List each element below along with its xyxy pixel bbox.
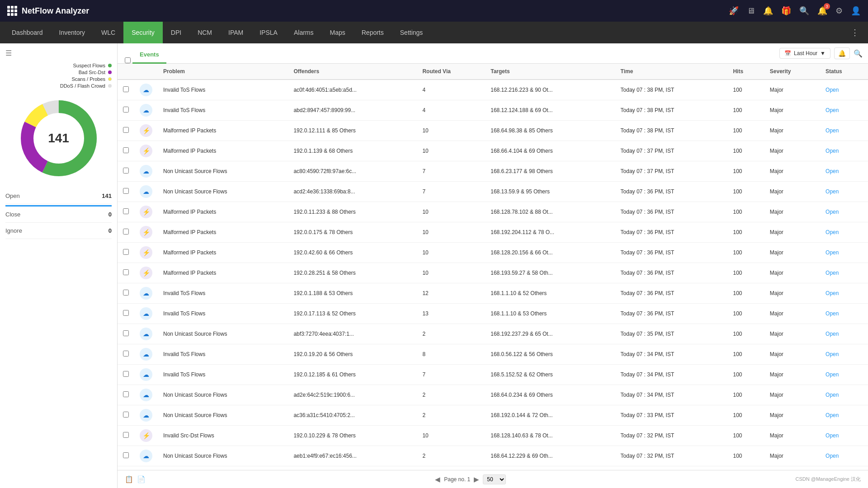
row-offenders: abd2:8947:457:8909:99...	[288, 100, 417, 121]
table-row: ⚡ Invalid Src-Dst Flows 192.0.10.229 & 7…	[118, 426, 868, 446]
row-checkbox-cell	[118, 121, 134, 141]
rocket-icon[interactable]: 🚀	[729, 6, 739, 16]
nav-alarms[interactable]: Alarms	[286, 22, 322, 43]
grid-icon[interactable]	[7, 6, 17, 16]
row-checkbox[interactable]	[123, 432, 129, 438]
table-footer: 📋 📄 ◀ Page no. 1 ▶ 25 50 100 CSDN @Manag…	[118, 470, 868, 488]
row-checkbox[interactable]	[123, 412, 129, 418]
nav-maps[interactable]: Maps	[322, 22, 354, 43]
select-all-checkbox[interactable]	[125, 57, 131, 63]
export-pdf-icon[interactable]: 📄	[137, 475, 146, 483]
row-time: Today 07 : 36 PM, IST	[615, 182, 728, 202]
col-offenders[interactable]: Offenders	[288, 64, 417, 80]
stat-open-label: Open	[5, 192, 20, 199]
event-icon-blue: ☁	[140, 348, 152, 361]
nav-ipam[interactable]: IPAM	[220, 22, 251, 43]
col-status[interactable]: Status	[820, 64, 868, 80]
row-severity: Major	[764, 466, 820, 470]
row-routed-via: 10	[417, 202, 485, 222]
table-row: ⚡ Malformed IP Packets 192.0.42.60 & 66 …	[118, 243, 868, 263]
nav-more-icon[interactable]: ⋮	[845, 28, 864, 38]
col-severity[interactable]: Severity	[764, 64, 820, 80]
row-icon-cell: ⚡	[134, 222, 158, 243]
row-checkbox[interactable]	[123, 269, 129, 275]
nav-dashboard[interactable]: Dashboard	[4, 22, 51, 43]
row-checkbox[interactable]	[123, 391, 129, 397]
nav-ncm[interactable]: NCM	[189, 22, 220, 43]
main-layout: ☰ Suspect Flows Bad Src-Dst Scans / Prob…	[0, 43, 868, 488]
col-time[interactable]: Time	[615, 64, 728, 80]
event-icon-purple: ⚡	[140, 429, 152, 442]
row-checkbox[interactable]	[123, 310, 129, 316]
sidebar-filter-icon[interactable]: ☰	[5, 49, 112, 57]
nav-inventory[interactable]: Inventory	[51, 22, 94, 43]
row-severity: Major	[764, 161, 820, 182]
row-offenders: ad2e:64c2:519c:1900:6...	[288, 385, 417, 405]
row-checkbox[interactable]	[123, 188, 129, 194]
row-offenders: ac36:a31c:5410:4705:2...	[288, 405, 417, 426]
monitor-icon[interactable]: 🖥	[747, 6, 755, 16]
row-checkbox[interactable]	[123, 127, 129, 133]
tab-events[interactable]: Events	[132, 47, 166, 64]
nav-ipsla[interactable]: IPSLA	[251, 22, 286, 43]
row-hits: 100	[727, 182, 764, 202]
event-icon-blue: ☁	[140, 185, 152, 198]
row-status: Open	[820, 121, 868, 141]
alert-config-button[interactable]: 🔔	[834, 47, 850, 59]
row-offenders: 192.0.28.251 & 58 Others	[288, 263, 417, 283]
donut-total: 141	[48, 131, 69, 145]
table-row: ☁ Invalid ToS Flows abd2:8947:457:8909:9…	[118, 100, 868, 121]
col-routed-via[interactable]: Routed Via	[417, 64, 485, 80]
row-checkbox[interactable]	[123, 351, 129, 357]
table-row: ☁ Non Unicast Source Flows acd2:4e36:133…	[118, 182, 868, 202]
row-targets: 168.13.59.9 & 95 Others	[485, 182, 615, 202]
col-problem[interactable]: Problem	[158, 64, 288, 80]
row-hits: 100	[727, 466, 764, 470]
next-page-icon[interactable]: ▶	[474, 475, 479, 483]
row-hits: 100	[727, 426, 764, 446]
row-checkbox[interactable]	[123, 330, 129, 336]
watermark: CSDN @ManageEngine 汉化	[796, 476, 861, 483]
col-targets[interactable]: Targets	[485, 64, 615, 80]
per-page-select[interactable]: 25 50 100	[483, 474, 506, 484]
table-search-button[interactable]: 🔍	[854, 49, 863, 58]
gear-icon[interactable]: ⚙	[835, 6, 843, 16]
export-csv-icon[interactable]: 📋	[125, 475, 133, 483]
row-hits: 100	[727, 304, 764, 324]
time-filter-button[interactable]: 📅 Last Hour ▼	[779, 48, 830, 59]
row-checkbox[interactable]	[123, 147, 129, 153]
row-status: Open	[820, 222, 868, 243]
row-checkbox[interactable]	[123, 452, 129, 458]
row-checkbox[interactable]	[123, 229, 129, 235]
col-hits[interactable]: Hits	[727, 64, 764, 80]
row-time: Today 07 : 36 PM, IST	[615, 202, 728, 222]
footer-pagination: ◀ Page no. 1 ▶ 25 50 100	[146, 474, 796, 484]
alert-bell-icon[interactable]: 🔔 3	[817, 6, 827, 16]
row-checkbox[interactable]	[123, 371, 129, 377]
notification-bell-icon[interactable]: 🔔	[763, 6, 773, 16]
table-row: ☁ Non Unicast Source Flows aeb1:e4f9:e67…	[118, 446, 868, 466]
row-checkbox[interactable]	[123, 86, 129, 92]
nav-settings[interactable]: Settings	[392, 22, 431, 43]
row-status: Open	[820, 304, 868, 324]
user-icon[interactable]: 👤	[851, 6, 861, 16]
row-icon-cell: ☁	[134, 161, 158, 182]
gift-icon[interactable]: 🎁	[781, 6, 791, 16]
row-time: Today 07 : 32 PM, IST	[615, 426, 728, 446]
nav-reports[interactable]: Reports	[354, 22, 392, 43]
row-checkbox[interactable]	[123, 107, 129, 113]
legend-bad-src: Bad Src-Dst	[5, 70, 112, 75]
prev-page-icon[interactable]: ◀	[435, 475, 440, 483]
row-time: Today 07 : 38 PM, IST	[615, 80, 728, 100]
search-icon[interactable]: 🔍	[799, 6, 809, 16]
row-checkbox[interactable]	[123, 249, 129, 255]
row-checkbox[interactable]	[123, 168, 129, 174]
row-offenders: 192.0.2.110 & 52 Others	[288, 466, 417, 470]
row-checkbox[interactable]	[123, 290, 129, 296]
nav-dpi[interactable]: DPI	[163, 22, 189, 43]
nav-wlc[interactable]: WLC	[93, 22, 123, 43]
nav-security[interactable]: Security	[123, 22, 163, 43]
row-severity: Major	[764, 141, 820, 161]
row-checkbox[interactable]	[123, 208, 129, 214]
col-icon	[134, 64, 158, 80]
